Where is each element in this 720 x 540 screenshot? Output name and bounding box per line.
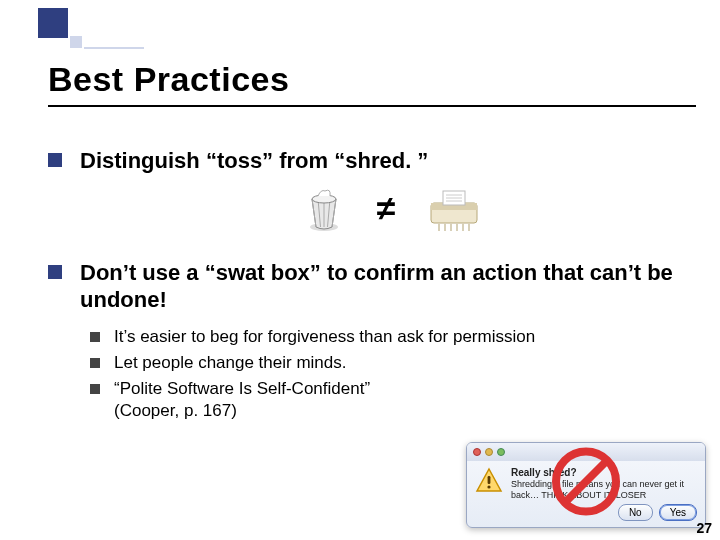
sub-bullet-item: Let people change their minds. bbox=[90, 352, 696, 374]
sub-bullet-square-icon bbox=[90, 332, 100, 342]
svg-point-1 bbox=[312, 195, 336, 203]
paper-shredder-icon bbox=[425, 185, 483, 233]
dialog-title: Really shred? bbox=[511, 467, 577, 478]
warning-triangle-icon bbox=[475, 467, 503, 501]
sub-bullet-text: “Polite Software Is Self-Confident” (Coo… bbox=[114, 378, 370, 422]
dialog-titlebar bbox=[467, 443, 705, 461]
sub-bullet-square-icon bbox=[90, 384, 100, 394]
swat-box-example: Really shred? Shredding a file means you… bbox=[466, 442, 706, 528]
bullet-text: Don’t use a “swat box” to confirm an act… bbox=[80, 259, 696, 314]
minimize-icon bbox=[485, 448, 493, 456]
zoom-icon bbox=[497, 448, 505, 456]
sub-bullet-item: It’s easier to beg for forgiveness than … bbox=[90, 326, 696, 348]
bullet-item: Don’t use a “swat box” to confirm an act… bbox=[48, 259, 696, 314]
bullet-square-icon bbox=[48, 265, 62, 279]
decor-square-small bbox=[70, 36, 82, 48]
sub-bullet-text: It’s easier to beg for forgiveness than … bbox=[114, 326, 535, 348]
sub-bullet-text: Let people change their minds. bbox=[114, 352, 347, 374]
svg-rect-20 bbox=[488, 476, 491, 484]
page-number: 27 bbox=[696, 520, 712, 536]
dialog-message: Shredding a file means you can never get… bbox=[511, 479, 684, 500]
decor-line bbox=[84, 47, 144, 49]
trash-can-icon bbox=[301, 185, 347, 233]
dialog-text: Really shred? Shredding a file means you… bbox=[511, 467, 697, 501]
dialog-buttons: No Yes bbox=[618, 504, 697, 521]
sub-bullet-list: It’s easier to beg for forgiveness than … bbox=[90, 326, 696, 422]
bullet-text: Distinguish “toss” from “shred. ” bbox=[80, 147, 428, 175]
yes-button[interactable]: Yes bbox=[659, 504, 697, 521]
dialog-body: Really shred? Shredding a file means you… bbox=[467, 461, 705, 507]
no-button[interactable]: No bbox=[618, 504, 653, 521]
sub-bullet-item: “Polite Software Is Self-Confident” (Coo… bbox=[90, 378, 696, 422]
decor-square-large bbox=[38, 8, 68, 38]
illustration-row: ≠ bbox=[48, 185, 696, 233]
slide-title: Best Practices bbox=[48, 60, 696, 107]
not-equal-symbol: ≠ bbox=[377, 189, 396, 228]
svg-point-21 bbox=[487, 485, 490, 488]
slide-decor bbox=[0, 0, 140, 48]
bullet-item: Distinguish “toss” from “shred. ” bbox=[48, 147, 696, 175]
bullet-square-icon bbox=[48, 153, 62, 167]
slide-content: Best Practices Distinguish “toss” from “… bbox=[48, 60, 696, 426]
sub-bullet-square-icon bbox=[90, 358, 100, 368]
confirmation-dialog: Really shred? Shredding a file means you… bbox=[466, 442, 706, 528]
close-icon bbox=[473, 448, 481, 456]
